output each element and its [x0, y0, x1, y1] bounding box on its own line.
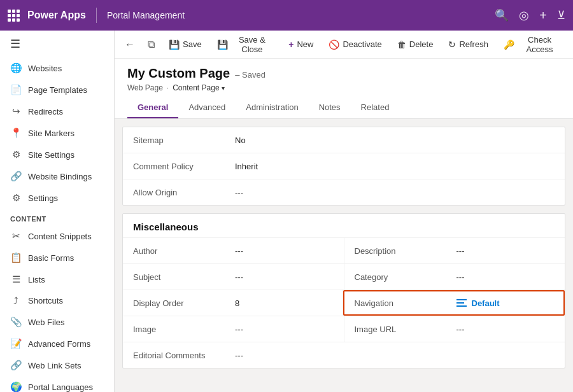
advanced-forms-icon: 📝 [10, 338, 22, 349]
image-label: Image [133, 325, 235, 334]
sidebar-label-content-snippets: Content Snippets [28, 232, 92, 241]
navigation-value: Default [456, 298, 554, 308]
image-cell: Image --- [123, 316, 344, 342]
sidebar-item-shortcuts[interactable]: ⤴ Shortcuts [0, 290, 114, 311]
subject-cell: Subject --- [123, 264, 344, 290]
comment-policy-value: Inherit [235, 162, 555, 171]
site-settings-icon: ⚙ [10, 149, 22, 160]
sidebar-label-site-settings: Site Settings [28, 150, 74, 160]
websites-icon: 🌐 [10, 62, 22, 74]
new-icon: + [288, 39, 294, 50]
portal-name: Portal Management [107, 10, 185, 20]
add-icon[interactable]: + [539, 8, 547, 23]
back-button[interactable]: ← [120, 36, 140, 53]
image-url-label: Image URL [355, 325, 456, 334]
website-bindings-icon: 🔗 [10, 171, 22, 182]
top-form-section: Sitemap No Comment Policy Inherit Allow … [122, 127, 565, 206]
author-cell: Author --- [123, 238, 344, 263]
delete-button[interactable]: 🗑 Delete [391, 36, 440, 53]
nav-lines-icon [456, 299, 467, 307]
sidebar-item-redirects[interactable]: ↪ Redirects [0, 101, 114, 122]
web-files-icon: 📎 [10, 316, 22, 328]
author-value: --- [235, 246, 334, 256]
save-close-button[interactable]: 💾 Save & Close [211, 32, 280, 57]
tab-notes[interactable]: Notes [309, 97, 351, 118]
page-header: My Custom Page – Saved Web Page · Conten… [115, 59, 573, 119]
allow-origin-value: --- [235, 188, 555, 197]
comment-policy-label: Comment Policy [133, 162, 235, 171]
sidebar-item-page-templates[interactable]: 📄 Page Templates [0, 79, 114, 101]
sidebar-label-page-templates: Page Templates [28, 85, 87, 95]
display-order-label: Display Order [133, 298, 235, 308]
editorial-comments-label: Editorial Comments [133, 351, 235, 360]
sidebar-label-settings: Settings [28, 193, 58, 203]
top-nav-bar: Power Apps Portal Management 🔍 ◎ + ⊻ [0, 0, 573, 31]
restore-button[interactable]: ⧉ [143, 36, 160, 53]
grid-menu-icon[interactable] [8, 10, 20, 22]
sidebar-label-site-markers: Site Markers [28, 129, 74, 138]
display-order-value: 8 [235, 298, 332, 308]
sidebar-item-web-files[interactable]: 📎 Web Files [0, 311, 114, 333]
sidebar-item-lists[interactable]: ☰ Lists [0, 269, 114, 290]
portal-languages-icon: 🌍 [10, 381, 22, 392]
deactivate-button[interactable]: 🚫 Deactivate [322, 36, 388, 53]
allow-origin-row: Allow Origin --- [123, 179, 565, 205]
sidebar-item-advanced-forms[interactable]: 📝 Advanced Forms [0, 333, 114, 354]
tab-administration[interactable]: Administration [236, 97, 308, 118]
sidebar-item-websites[interactable]: 🌐 Websites [0, 57, 114, 79]
sidebar-label-portal-languages: Portal Languages [28, 382, 93, 392]
page-title-row: My Custom Page – Saved [127, 66, 560, 81]
subject-category-row: Subject --- Category --- [123, 264, 565, 290]
app-name: Power Apps [27, 10, 86, 21]
web-link-sets-icon: 🔗 [10, 360, 22, 371]
image-value: --- [235, 325, 334, 334]
display-order-cell: Display Order 8 [123, 290, 343, 316]
sidebar-item-site-markers[interactable]: 📍 Site Markers [0, 122, 114, 144]
sidebar-item-portal-languages[interactable]: 🌍 Portal Languages [0, 376, 114, 392]
refresh-icon: ↻ [448, 39, 456, 50]
new-button[interactable]: + New [282, 36, 320, 53]
sidebar-item-content-snippets[interactable]: ✂ Content Snippets [0, 225, 114, 247]
check-access-button[interactable]: 🔑 Check Access [497, 32, 568, 57]
settings-icon: ⚙ [10, 192, 22, 204]
tab-advanced[interactable]: Advanced [178, 97, 236, 118]
save-icon: 💾 [169, 39, 180, 50]
sitemap-label: Sitemap [133, 136, 235, 145]
search-icon[interactable]: 🔍 [495, 8, 509, 22]
lists-icon: ☰ [10, 274, 22, 285]
tab-related[interactable]: Related [351, 97, 400, 118]
image-row: Image --- Image URL --- [123, 316, 565, 342]
content-snippets-icon: ✂ [10, 230, 22, 242]
site-markers-icon: 📍 [10, 127, 22, 139]
tab-general[interactable]: General [127, 97, 178, 118]
navigation-cell[interactable]: Navigation Default [343, 290, 565, 316]
sidebar-item-website-bindings[interactable]: 🔗 Website Bindings [0, 165, 114, 187]
saved-status: – Saved [235, 70, 265, 80]
new-label: New [297, 39, 313, 49]
delete-label: Delete [409, 39, 434, 49]
sidebar-item-basic-forms[interactable]: 📋 Basic Forms [0, 247, 114, 269]
shortcuts-icon: ⤴ [10, 295, 22, 306]
breadcrumb-content-page[interactable]: Content Page ▾ [173, 83, 224, 92]
tabs-row: General Advanced Administration Notes Re… [127, 97, 560, 118]
subject-value: --- [235, 272, 334, 282]
hamburger-icon[interactable]: ☰ [0, 31, 114, 57]
editorial-comments-cell: Editorial Comments --- [123, 342, 565, 368]
sidebar-label-basic-forms: Basic Forms [28, 253, 74, 263]
filter-icon[interactable]: ⊻ [557, 8, 565, 22]
page-templates-icon: 📄 [10, 84, 22, 95]
navigation-label: Navigation [355, 298, 456, 308]
sidebar-label-redirects: Redirects [28, 107, 63, 116]
sidebar-label-web-link-sets: Web Link Sets [28, 361, 81, 370]
sidebar-item-site-settings[interactable]: ⚙ Site Settings [0, 144, 114, 165]
author-label: Author [133, 246, 235, 256]
check-access-label: Check Access [518, 35, 562, 54]
sidebar-item-settings[interactable]: ⚙ Settings [0, 187, 114, 209]
save-button[interactable]: 💾 Save [162, 36, 208, 53]
target-icon[interactable]: ◎ [519, 8, 529, 22]
miscellaneous-section: Miscellaneous Author --- Description --- [122, 213, 565, 368]
save-close-icon: 💾 [217, 39, 228, 50]
sidebar-item-web-link-sets[interactable]: 🔗 Web Link Sets [0, 354, 114, 376]
refresh-button[interactable]: ↻ Refresh [442, 36, 495, 53]
display-navigation-row: Display Order 8 Navigation Defaul [123, 290, 565, 316]
